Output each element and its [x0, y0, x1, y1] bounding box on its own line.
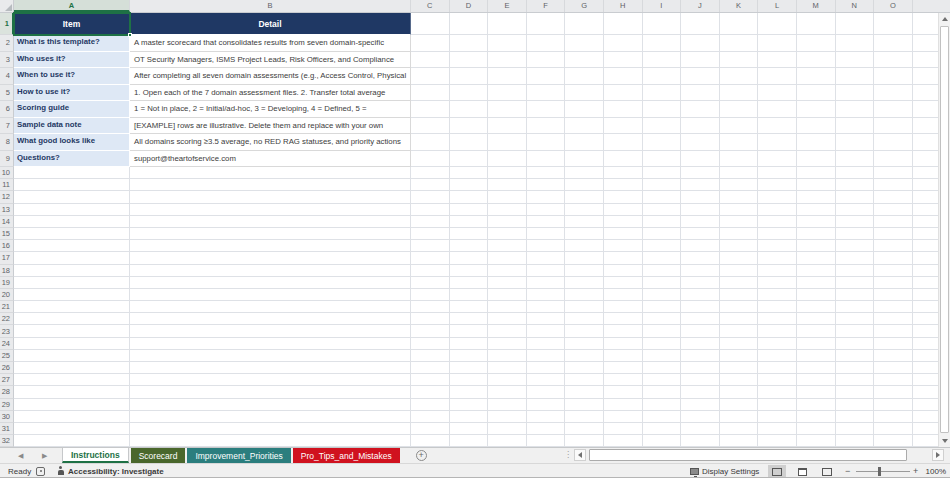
cell-G21[interactable]: [565, 301, 604, 313]
cell-L3[interactable]: [758, 52, 797, 69]
cell-K2[interactable]: [720, 35, 759, 52]
cell-M17[interactable]: [797, 252, 836, 264]
cell-J30[interactable]: [681, 411, 720, 423]
cell-J13[interactable]: [681, 204, 720, 216]
row-header-12[interactable]: 12: [0, 191, 14, 203]
cell-M16[interactable]: [797, 240, 836, 252]
cell-F10[interactable]: [527, 167, 566, 179]
cell-C12[interactable]: [411, 191, 450, 203]
cell-J23[interactable]: [681, 325, 720, 337]
cell-H7[interactable]: [604, 118, 643, 135]
cell-D22[interactable]: [450, 313, 489, 325]
cell-N23[interactable]: [836, 325, 875, 337]
cell-E32[interactable]: [488, 435, 527, 447]
cell-D25[interactable]: [450, 350, 489, 362]
cell-L9[interactable]: [758, 151, 797, 168]
cell-L12[interactable]: [758, 191, 797, 203]
cell-H16[interactable]: [604, 240, 643, 252]
cell-H25[interactable]: [604, 350, 643, 362]
cell-H15[interactable]: [604, 228, 643, 240]
cell-I14[interactable]: [643, 216, 682, 228]
row-header-6[interactable]: 6: [0, 101, 14, 118]
cell-E7[interactable]: [488, 118, 527, 135]
cell-E17[interactable]: [488, 252, 527, 264]
cell-E29[interactable]: [488, 399, 527, 411]
cell-L27[interactable]: [758, 374, 797, 386]
cell-L28[interactable]: [758, 386, 797, 398]
cell-D5[interactable]: [450, 85, 489, 102]
row-header-18[interactable]: 18: [0, 265, 14, 277]
cell-O31[interactable]: [874, 423, 913, 435]
cell-A4[interactable]: When to use it?: [14, 68, 130, 85]
cell-D19[interactable]: [450, 277, 489, 289]
cell-N16[interactable]: [836, 240, 875, 252]
cell-F26[interactable]: [527, 362, 566, 374]
cell-partial-29[interactable]: [913, 399, 938, 411]
row-header-28[interactable]: 28: [0, 386, 14, 398]
cell-partial-20[interactable]: [913, 289, 938, 301]
cell-B15[interactable]: [130, 228, 411, 240]
cell-N22[interactable]: [836, 313, 875, 325]
cell-M18[interactable]: [797, 265, 836, 277]
cell-B8[interactable]: All domains scoring ≥3.5 average, no RED…: [130, 134, 411, 151]
cell-J21[interactable]: [681, 301, 720, 313]
cell-partial-22[interactable]: [913, 313, 938, 325]
cell-C15[interactable]: [411, 228, 450, 240]
cell-F14[interactable]: [527, 216, 566, 228]
column-header-H[interactable]: H: [604, 0, 643, 12]
cell-M19[interactable]: [797, 277, 836, 289]
cell-G9[interactable]: [565, 151, 604, 168]
column-header-A[interactable]: A: [14, 0, 130, 12]
row-header-11[interactable]: 11: [0, 179, 14, 191]
cell-N29[interactable]: [836, 399, 875, 411]
cell-I8[interactable]: [643, 134, 682, 151]
cell-I31[interactable]: [643, 423, 682, 435]
cell-I6[interactable]: [643, 101, 682, 118]
cell-F9[interactable]: [527, 151, 566, 168]
cell-partial-12[interactable]: [913, 191, 938, 203]
cell-A1[interactable]: Item: [14, 13, 130, 35]
cell-F23[interactable]: [527, 325, 566, 337]
cell-partial-21[interactable]: [913, 301, 938, 313]
cell-L10[interactable]: [758, 167, 797, 179]
row-header-14[interactable]: 14: [0, 216, 14, 228]
cell-G3[interactable]: [565, 52, 604, 69]
cell-L1[interactable]: [758, 13, 797, 35]
cell-M8[interactable]: [797, 134, 836, 151]
cell-G6[interactable]: [565, 101, 604, 118]
zoom-slider-track[interactable]: [856, 471, 910, 472]
cell-B22[interactable]: [130, 313, 411, 325]
cell-A5[interactable]: How to use it?: [14, 85, 130, 102]
column-header-K[interactable]: K: [720, 0, 759, 12]
cell-B3[interactable]: OT Security Managers, ISMS Project Leads…: [130, 52, 411, 69]
scroll-down-icon[interactable]: [939, 435, 950, 447]
cell-C27[interactable]: [411, 374, 450, 386]
cell-F31[interactable]: [527, 423, 566, 435]
cell-L29[interactable]: [758, 399, 797, 411]
cell-B7[interactable]: [EXAMPLE] rows are illustrative. Delete …: [130, 118, 411, 135]
cell-B26[interactable]: [130, 362, 411, 374]
column-header-E[interactable]: E: [488, 0, 527, 12]
row-header-24[interactable]: 24: [0, 338, 14, 350]
row-header-29[interactable]: 29: [0, 399, 14, 411]
zoom-level-label[interactable]: 100%: [924, 464, 946, 478]
cell-A29[interactable]: [14, 399, 130, 411]
cell-M12[interactable]: [797, 191, 836, 203]
cell-K27[interactable]: [720, 374, 759, 386]
cell-K4[interactable]: [720, 68, 759, 85]
cell-E3[interactable]: [488, 52, 527, 69]
row-header-10[interactable]: 10: [0, 167, 14, 179]
cell-partial-23[interactable]: [913, 325, 938, 337]
cell-I26[interactable]: [643, 362, 682, 374]
cell-H18[interactable]: [604, 265, 643, 277]
cell-M14[interactable]: [797, 216, 836, 228]
cell-L18[interactable]: [758, 265, 797, 277]
cell-G5[interactable]: [565, 85, 604, 102]
cell-J17[interactable]: [681, 252, 720, 264]
cell-D12[interactable]: [450, 191, 489, 203]
cell-K28[interactable]: [720, 386, 759, 398]
cell-A19[interactable]: [14, 277, 130, 289]
cell-A28[interactable]: [14, 386, 130, 398]
cell-N2[interactable]: [836, 35, 875, 52]
cell-D26[interactable]: [450, 362, 489, 374]
